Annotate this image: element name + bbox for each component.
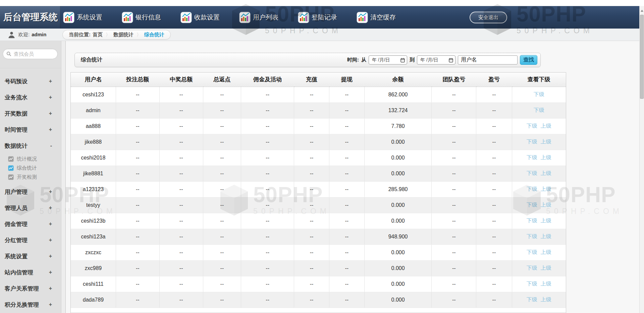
sidebar-subitem-4-1[interactable]: 综合统计 bbox=[0, 164, 61, 173]
view-lower-level-link[interactable]: 下级 bbox=[527, 154, 537, 160]
member-search-input[interactable] bbox=[14, 51, 54, 57]
sidebar-subitem-4-2[interactable]: 开奖检测 bbox=[0, 173, 61, 182]
cell-team: -- bbox=[432, 213, 476, 229]
cell-rebate: -- bbox=[203, 134, 241, 150]
sidebar-section-0[interactable]: 号码预设+ bbox=[0, 73, 61, 89]
view-lower-level-link[interactable]: 下级 bbox=[527, 281, 537, 286]
table-row: ceshi111------------0.000----下级上级 bbox=[71, 276, 566, 292]
scrollbar-up-arrow-icon[interactable] bbox=[640, 8, 644, 13]
nav-item-1[interactable]: 银行信息 bbox=[122, 12, 161, 23]
sidebar-section-6[interactable]: 管理人员+ bbox=[0, 200, 61, 216]
cell-links: 下级上级 bbox=[512, 244, 566, 260]
view-upper-level-link[interactable]: 上级 bbox=[541, 186, 551, 192]
col-header-7: 余额 bbox=[364, 73, 432, 87]
view-upper-level-link[interactable]: 上级 bbox=[541, 123, 551, 129]
view-lower-level-link[interactable]: 下级 bbox=[527, 249, 537, 255]
scrollbar-thumb[interactable] bbox=[640, 15, 644, 99]
view-upper-level-link[interactable]: 上级 bbox=[541, 218, 551, 223]
cell-balance: 948.900 bbox=[364, 229, 432, 244]
sidebar-section-label: 用户管理 bbox=[5, 188, 49, 196]
cell-bet: -- bbox=[116, 292, 159, 308]
view-upper-level-link[interactable]: 上级 bbox=[541, 139, 551, 144]
sidebar-section-label: 客户关系管理 bbox=[5, 285, 49, 293]
cell-links: 下级上级 bbox=[512, 260, 566, 276]
cell-username: ceshi123a bbox=[71, 229, 116, 244]
date-from-input[interactable]: 年 /月/日 bbox=[369, 55, 407, 64]
view-lower-level-link[interactable]: 下级 bbox=[527, 233, 537, 239]
breadcrumb-separator-icon: 〉 bbox=[137, 32, 141, 38]
nav-item-3[interactable]: 用户列表 bbox=[239, 12, 278, 23]
view-lower-level-link[interactable]: 下级 bbox=[534, 107, 544, 113]
expand-toggle-icon: - bbox=[50, 143, 52, 149]
view-lower-level-link[interactable]: 下级 bbox=[527, 297, 537, 302]
search-button[interactable]: 查找 bbox=[520, 55, 537, 65]
nav-item-5[interactable]: 清空缓存 bbox=[357, 12, 396, 23]
view-upper-level-link[interactable]: 上级 bbox=[541, 154, 551, 160]
cell-rebate: -- bbox=[203, 87, 241, 102]
cell-profit: -- bbox=[476, 276, 512, 292]
top-strip bbox=[0, 0, 644, 6]
cell-win: -- bbox=[159, 134, 203, 150]
member-search-box[interactable] bbox=[3, 49, 58, 59]
cell-rebate: -- bbox=[203, 244, 241, 260]
view-lower-level-link[interactable]: 下级 bbox=[527, 186, 537, 192]
cell-username: dada789 bbox=[71, 292, 116, 308]
view-upper-level-link[interactable]: 上级 bbox=[541, 281, 551, 286]
sidebar-subitem-label: 统计概况 bbox=[17, 156, 37, 162]
sidebar-menu: 号码预设+业务流水+开奖数据+时间管理+数据统计-统计概况综合统计开奖检测用户管… bbox=[0, 73, 61, 313]
view-lower-level-link[interactable]: 下级 bbox=[527, 170, 537, 176]
view-upper-level-link[interactable]: 上级 bbox=[541, 297, 551, 302]
cell-balance: 0.000 bbox=[364, 213, 432, 229]
nav-item-2[interactable]: 收款设置 bbox=[180, 12, 220, 23]
sidebar-section-9[interactable]: 系统设置+ bbox=[0, 248, 61, 264]
sidebar-section-10[interactable]: 站内信管理+ bbox=[0, 264, 61, 280]
expand-toggle-icon: + bbox=[49, 78, 52, 84]
nav-item-4[interactable]: 登陆记录 bbox=[298, 12, 337, 23]
view-upper-level-link[interactable]: 上级 bbox=[541, 249, 551, 255]
sidebar-section-4[interactable]: 数据统计- bbox=[0, 138, 61, 154]
view-lower-level-link[interactable]: 下级 bbox=[527, 139, 537, 144]
view-lower-level-link[interactable]: 下级 bbox=[527, 123, 537, 129]
sidebar-section-7[interactable]: 佣金管理+ bbox=[0, 216, 61, 232]
breadcrumb-home[interactable]: 首页 bbox=[93, 32, 103, 38]
cell-links: 下级上级 bbox=[512, 229, 566, 244]
table-row: zxczxc------------0.000----下级上级 bbox=[71, 244, 566, 260]
cell-activity: -- bbox=[241, 134, 294, 150]
cell-profit: -- bbox=[476, 150, 512, 166]
sidebar-section-3[interactable]: 时间管理+ bbox=[0, 122, 61, 138]
cell-links: 下级上级 bbox=[512, 181, 566, 197]
breadcrumb-data-stats[interactable]: 数据统计 bbox=[113, 32, 133, 38]
expand-toggle-icon: + bbox=[49, 269, 52, 275]
view-lower-level-link[interactable]: 下级 bbox=[527, 218, 537, 223]
expand-toggle-icon: + bbox=[49, 237, 52, 243]
expand-toggle-icon: + bbox=[49, 94, 52, 100]
cell-recharge: -- bbox=[294, 244, 329, 260]
cell-win: -- bbox=[159, 166, 203, 181]
view-lower-level-link[interactable]: 下级 bbox=[527, 202, 537, 208]
sidebar-subitem-4-0[interactable]: 统计概况 bbox=[0, 154, 61, 164]
sidebar-section-2[interactable]: 开奖数据+ bbox=[0, 105, 61, 122]
nav-item-0[interactable]: 系统设置 bbox=[63, 12, 102, 23]
sidebar-section-12[interactable]: 积分兑换管理+ bbox=[0, 297, 61, 313]
cell-recharge: -- bbox=[294, 229, 329, 244]
cell-rebate: -- bbox=[203, 197, 241, 213]
view-lower-level-link[interactable]: 下级 bbox=[527, 265, 537, 271]
sidebar-section-8[interactable]: 分红管理+ bbox=[0, 232, 61, 248]
sidebar-section-5[interactable]: 用户管理+ bbox=[0, 184, 61, 200]
username-filter-input[interactable] bbox=[458, 55, 518, 64]
view-lower-level-link[interactable]: 下级 bbox=[534, 91, 544, 97]
sidebar-section-1[interactable]: 业务流水+ bbox=[0, 89, 61, 105]
view-upper-level-link[interactable]: 上级 bbox=[541, 170, 551, 176]
chart-icon bbox=[239, 12, 251, 23]
logout-button[interactable]: 安全退出 bbox=[470, 11, 507, 23]
col-header-10: 查看下级 bbox=[512, 73, 566, 87]
view-upper-level-link[interactable]: 上级 bbox=[541, 265, 551, 271]
cell-withdraw: -- bbox=[329, 229, 364, 244]
cell-recharge: -- bbox=[294, 213, 329, 229]
view-upper-level-link[interactable]: 上级 bbox=[541, 233, 551, 239]
date-to-input[interactable]: 年 /月/日 bbox=[417, 55, 455, 64]
main-nav: 系统设置银行信息收款设置用户列表登陆记录清空缓存 bbox=[63, 6, 396, 29]
cell-activity: -- bbox=[241, 244, 294, 260]
view-upper-level-link[interactable]: 上级 bbox=[541, 202, 551, 208]
sidebar-section-11[interactable]: 客户关系管理+ bbox=[0, 280, 61, 297]
